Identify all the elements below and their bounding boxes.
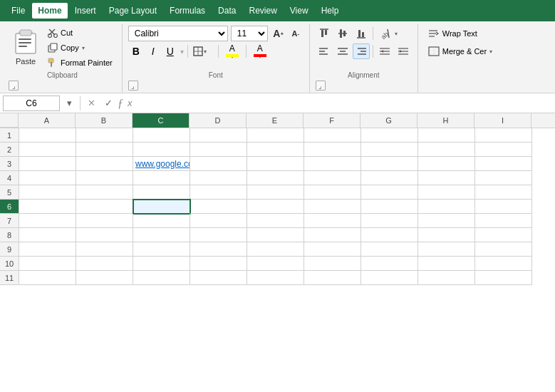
align-middle-button[interactable]	[334, 26, 351, 41]
cell-f7[interactable]	[304, 214, 361, 228]
name-box[interactable]	[3, 96, 60, 111]
bold-button[interactable]: B	[128, 43, 144, 59]
col-header-a[interactable]: A	[19, 113, 76, 128]
cell-g5[interactable]	[361, 185, 418, 200]
cell-a7[interactable]	[19, 214, 76, 228]
cell-b2[interactable]	[76, 143, 133, 157]
decrease-font-size-button[interactable]: A-	[288, 26, 304, 41]
cell-a2[interactable]	[19, 143, 76, 157]
cell-e9[interactable]	[247, 242, 304, 257]
cut-button[interactable]: Cut	[44, 26, 116, 40]
align-left-button[interactable]	[316, 43, 333, 59]
cell-b4[interactable]	[76, 171, 133, 185]
cell-g7[interactable]	[361, 214, 418, 228]
cell-g6[interactable]	[361, 200, 418, 214]
cell-i9[interactable]	[475, 242, 532, 257]
font-expand[interactable]: ⌟	[128, 81, 138, 91]
row-header-3[interactable]: 3	[0, 157, 19, 171]
cell-f8[interactable]	[304, 228, 361, 242]
cell-h6[interactable]	[418, 200, 475, 214]
col-header-g[interactable]: G	[361, 113, 417, 128]
formula-input[interactable]	[137, 96, 553, 111]
cell-d11[interactable]	[190, 271, 247, 285]
cell-c10[interactable]	[133, 257, 190, 271]
cell-h4[interactable]	[418, 171, 475, 185]
underline-button[interactable]: U	[162, 43, 178, 59]
menu-file[interactable]: File	[6, 3, 31, 19]
col-header-c[interactable]: C	[133, 113, 190, 128]
cell-e11[interactable]	[247, 271, 304, 285]
align-right-button[interactable]	[353, 43, 370, 59]
cell-i3[interactable]	[475, 157, 532, 171]
cell-c5[interactable]	[133, 185, 190, 200]
cell-e5[interactable]	[247, 185, 304, 200]
cell-c9[interactable]	[133, 242, 190, 257]
borders-dropdown-arrow[interactable]: ▾	[204, 48, 207, 55]
cell-d6[interactable]	[190, 200, 247, 214]
cell-f6[interactable]	[304, 200, 361, 214]
row-header-5[interactable]: 5	[0, 185, 19, 200]
cell-e1[interactable]	[247, 128, 304, 143]
borders-button[interactable]: ▾	[191, 43, 215, 59]
cell-f2[interactable]	[304, 143, 361, 157]
cell-i5[interactable]	[475, 185, 532, 200]
menu-view[interactable]: View	[284, 3, 314, 19]
row-header-4[interactable]: 4	[0, 171, 19, 185]
cell-e10[interactable]	[247, 257, 304, 271]
cell-e4[interactable]	[247, 171, 304, 185]
cell-h10[interactable]	[418, 257, 475, 271]
cell-d1[interactable]	[190, 128, 247, 143]
highlight-color-button[interactable]: A ▾	[222, 43, 243, 59]
increase-indent-button[interactable]	[395, 43, 412, 59]
cell-b11[interactable]	[76, 271, 133, 285]
cell-h11[interactable]	[418, 271, 475, 285]
row-header-1[interactable]: 1	[0, 128, 19, 143]
cell-i2[interactable]	[475, 143, 532, 157]
align-bottom-button[interactable]	[353, 26, 370, 41]
cell-f1[interactable]	[304, 128, 361, 143]
cell-a1[interactable]	[19, 128, 76, 143]
cell-e2[interactable]	[247, 143, 304, 157]
font-name-select[interactable]: Calibri	[128, 26, 228, 41]
clipboard-expand[interactable]: ⌟	[9, 81, 19, 91]
cell-f3[interactable]	[304, 157, 361, 171]
cell-b1[interactable]	[76, 128, 133, 143]
cell-d4[interactable]	[190, 171, 247, 185]
cell-b6[interactable]	[76, 200, 133, 214]
cell-d10[interactable]	[190, 257, 247, 271]
cell-d9[interactable]	[190, 242, 247, 257]
cell-a9[interactable]	[19, 242, 76, 257]
cell-c3[interactable]: www.google.com	[133, 157, 190, 171]
cell-e8[interactable]	[247, 228, 304, 242]
cell-a6[interactable]	[19, 200, 76, 214]
font-color-button[interactable]: A ▾	[249, 43, 271, 59]
alignment-expand[interactable]: ⌟	[316, 81, 326, 91]
cell-h5[interactable]	[418, 185, 475, 200]
cell-d2[interactable]	[190, 143, 247, 157]
cell-e6[interactable]	[247, 200, 304, 214]
increase-font-size-button[interactable]: A+	[271, 26, 286, 41]
cell-a5[interactable]	[19, 185, 76, 200]
cell-d7[interactable]	[190, 214, 247, 228]
menu-page-layout[interactable]: Page Layout	[103, 3, 162, 19]
col-header-f[interactable]: F	[304, 113, 361, 128]
merge-dropdown-arrow[interactable]: ▾	[489, 48, 492, 55]
row-header-9[interactable]: 9	[0, 242, 19, 257]
cell-i10[interactable]	[475, 257, 532, 271]
cell-b7[interactable]	[76, 214, 133, 228]
cell-b8[interactable]	[76, 228, 133, 242]
cell-i4[interactable]	[475, 171, 532, 185]
cell-a11[interactable]	[19, 271, 76, 285]
cell-f5[interactable]	[304, 185, 361, 200]
cell-a10[interactable]	[19, 257, 76, 271]
cell-h1[interactable]	[418, 128, 475, 143]
row-header-6[interactable]: 6	[0, 200, 19, 214]
menu-home[interactable]: Home	[32, 3, 67, 19]
orientation-dropdown[interactable]: ▾	[395, 31, 398, 37]
expand-name-box-button[interactable]: ▾	[61, 96, 77, 111]
cell-g2[interactable]	[361, 143, 418, 157]
row-header-8[interactable]: 8	[0, 228, 19, 242]
menu-help[interactable]: Help	[316, 3, 345, 19]
cell-c1[interactable]	[133, 128, 190, 143]
cell-a4[interactable]	[19, 171, 76, 185]
